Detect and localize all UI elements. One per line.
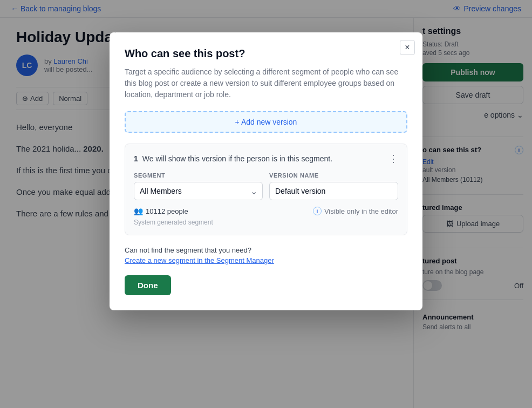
segment-label: Segment bbox=[134, 172, 263, 179]
modal-overlay[interactable]: × Who can see this post? Target a specif… bbox=[0, 0, 532, 408]
version-menu-button[interactable]: ⋮ bbox=[388, 153, 398, 165]
version-number: 1 We will show this version if the perso… bbox=[134, 154, 332, 163]
done-button[interactable]: Done bbox=[125, 275, 171, 295]
visible-info-icon[interactable]: i bbox=[313, 207, 322, 215]
modal-title: Who can see this post? bbox=[125, 47, 407, 60]
version-name-input[interactable] bbox=[269, 182, 398, 200]
version-card: 1 We will show this version if the perso… bbox=[125, 144, 407, 235]
modal-description: Target a specific audience by selecting … bbox=[125, 66, 407, 100]
segment-select[interactable]: All Members bbox=[134, 182, 263, 200]
modal: × Who can see this post? Target a specif… bbox=[110, 32, 422, 310]
create-segment-link[interactable]: Create a new segment in the Segment Mana… bbox=[125, 256, 407, 264]
add-new-version-button[interactable]: + Add new version bbox=[125, 111, 407, 133]
visible-only-label: Visible only in the editor bbox=[324, 207, 398, 215]
people-icon: 👥 bbox=[134, 207, 143, 215]
version-name-label: Version name bbox=[269, 172, 398, 179]
cannot-find-label: Can not find the segment that you need? bbox=[125, 246, 407, 254]
modal-close-button[interactable]: × bbox=[400, 40, 415, 55]
system-segment-label: System generated segment bbox=[134, 219, 398, 226]
people-count-label: 10112 people bbox=[146, 207, 188, 215]
